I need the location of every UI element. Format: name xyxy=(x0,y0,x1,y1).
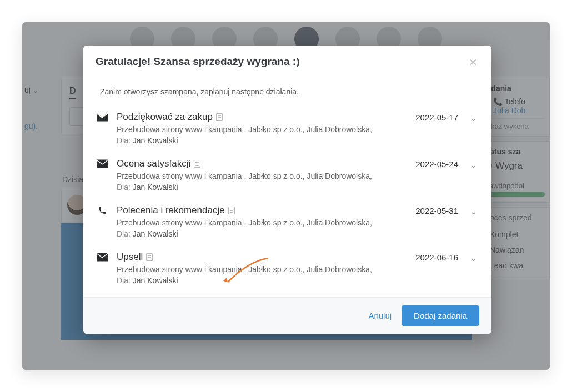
app-canvas: uj ⌄ gu), D Dzisiaj Zadania 📞 Telefo Jul… xyxy=(22,22,550,370)
phone-icon xyxy=(97,205,109,217)
note-icon[interactable] xyxy=(194,160,200,168)
task-subtitle: Przebudowa strony www i kampania , Jabłk… xyxy=(117,172,408,180)
task-title: Podziękować za zakup xyxy=(117,112,408,123)
task-date[interactable]: 2022-05-24 xyxy=(415,158,461,169)
note-icon[interactable] xyxy=(146,253,153,261)
modal-footer: Anuluj Dodaj zadania xyxy=(83,297,491,334)
task-date[interactable]: 2022-05-31 xyxy=(415,205,461,215)
task-row: Podziękować za zakup Przebudowa strony w… xyxy=(96,106,479,153)
task-title: Upsell xyxy=(117,252,408,263)
task-for: Dla: Jan Kowalski xyxy=(117,229,408,238)
chevron-down-icon[interactable]: ⌄ xyxy=(469,252,478,263)
task-row: Polecenia i rekomendacje Przebudowa stro… xyxy=(96,199,479,246)
note-icon[interactable] xyxy=(216,113,223,121)
note-icon[interactable] xyxy=(228,207,235,214)
chevron-down-icon[interactable]: ⌄ xyxy=(469,112,478,123)
task-date[interactable]: 2022-05-17 xyxy=(415,112,461,122)
mail-icon xyxy=(97,158,109,170)
modal-intro-text: Zanim otworzysz szampana, zaplanuj nastę… xyxy=(96,86,479,106)
task-for: Dla: Jan Kowalski xyxy=(117,136,408,145)
chevron-down-icon[interactable]: ⌄ xyxy=(469,205,478,216)
task-for: Dla: Jan Kowalski xyxy=(117,276,408,285)
task-date[interactable]: 2022-06-16 xyxy=(415,252,461,262)
task-subtitle: Przebudowa strony www i kampania , Jabłk… xyxy=(117,125,408,134)
mail-icon xyxy=(97,112,109,124)
task-title: Polecenia i rekomendacje xyxy=(117,205,408,216)
task-for: Dla: Jan Kowalski xyxy=(117,183,408,192)
task-subtitle: Przebudowa strony www i kampania , Jabłk… xyxy=(117,218,408,227)
mail-icon xyxy=(97,252,109,264)
modal-dialog: Gratulacje! Szansa sprzedaży wygrana :) … xyxy=(83,46,491,334)
modal-header: Gratulacje! Szansa sprzedaży wygrana :) … xyxy=(83,46,491,77)
task-row: Upsell Przebudowa strony www i kampania … xyxy=(96,246,479,293)
chevron-down-icon[interactable]: ⌄ xyxy=(469,158,478,169)
add-tasks-button[interactable]: Dodaj zadania xyxy=(402,305,479,326)
modal-title: Gratulacje! Szansa sprzedaży wygrana :) xyxy=(96,56,299,68)
task-title: Ocena satysfakcji xyxy=(117,158,408,169)
cancel-button[interactable]: Anuluj xyxy=(368,311,392,320)
task-subtitle: Przebudowa strony www i kampania , Jabłk… xyxy=(117,265,408,274)
modal-body: Zanim otworzysz szampana, zaplanuj nastę… xyxy=(83,77,491,297)
close-icon[interactable]: × xyxy=(467,56,479,69)
task-row: Ocena satysfakcji Przebudowa strony www … xyxy=(96,153,479,199)
